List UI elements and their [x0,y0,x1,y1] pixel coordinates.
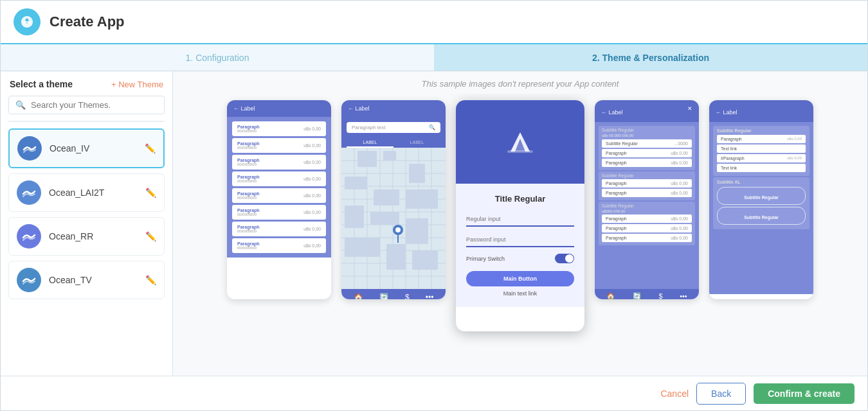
phone4-header: ← Label ✕ [595,100,699,122]
list-row-7: Paragraph00/00/0000 u$s 0,00 [232,222,326,236]
theme-name-ocean-lai2t: Ocean_LAI2T [49,188,145,198]
sidebar: Select a theme + New Theme 🔍 Ocean_IV [1,71,173,376]
phone2-search: Paragraph text 🔍 [347,122,440,133]
theme-icon-ocean-iv [17,136,42,161]
preview-phones: ← Label Paragraph00/00/0000 u$s 0,00 Par… [173,94,867,376]
svg-rect-23 [406,189,438,209]
edit-icon-ocean-tv[interactable]: ✏️ [145,275,156,285]
search-icon: 🔍 [15,100,26,110]
edit-icon-ocean-rr[interactable]: ✏️ [145,231,156,241]
theme-item-ocean-rr[interactable]: Ocean_RR ✏️ [8,217,165,256]
main-preview: This sample images don't represent your … [173,71,867,376]
cancel-button[interactable]: Cancel [660,389,689,399]
svg-rect-28 [386,244,406,270]
phone4-footer: 🏠 🔄 $ ••• [595,289,699,299]
divider [8,121,165,122]
list-row-6: Paragraph00/00/0000 u$s 0,00 [232,205,326,220]
phone3-body: Title Regular Primary Switch Main Button… [456,184,584,307]
theme-item-ocean-lai2t[interactable]: Ocean_LAI2T ✏️ [8,173,165,212]
theme-icon-ocean-lai2t [17,180,41,205]
page-title: Create App [50,13,125,30]
search-box: 🔍 [8,96,165,114]
phone3-input-regular[interactable] [466,213,574,227]
svg-rect-21 [345,177,367,189]
table-section-3: Subtitle Regular u$000.000,00 Paragraph … [599,202,695,245]
step-theme[interactable]: 2. Theme & Personalization [434,44,867,71]
theme-item-ocean-iv[interactable]: Ocean_IV ✏️ [8,128,165,168]
phone-map: ← Label Paragraph text 🔍 LABEL LABEL [341,100,446,299]
back-button[interactable]: Back [696,383,746,405]
svg-rect-20 [409,164,425,183]
list-row-8: Paragraph00/00/0000 u$s 0,00 [232,238,326,253]
list-row-4: Paragraph00/00/0000 u$s 0,00 [232,171,326,186]
search-input[interactable] [31,100,158,110]
table-section-1: Subtitle Regular u$s 00.000.000,00 Subti… [599,126,695,170]
phone3-main-button[interactable]: Main Button [466,271,574,286]
sidebar-title: Select a theme [10,79,73,89]
list-row-5: Paragraph00/00/0000 u$s 0,00 [232,188,326,203]
phone5-header: ← Label [709,100,813,122]
edit-icon-ocean-lai2t[interactable]: ✏️ [145,188,156,198]
form-section-1: Subtitle Regular Paragraph u$s 0,00 Text… [713,126,809,176]
svg-rect-18 [357,151,377,167]
form-section-2: Subtitle XL Subtitle Regular Subtitle Re… [713,177,809,229]
theme-list: Ocean_IV ✏️ Ocean_LAI2T ✏️ [8,128,165,368]
app-container: Create App 1. Configuration 2. Theme & P… [0,0,868,411]
theme-item-ocean-tv[interactable]: Ocean_TV ✏️ [8,261,165,299]
table-section-2: Subtitle Regular Paragraph u$s 0,00 Para… [599,171,695,200]
phone3-title: Title Regular [466,194,574,204]
svg-rect-26 [406,218,428,244]
phone2-header: ← Label [341,100,446,117]
new-theme-button[interactable]: + New Theme [111,80,163,89]
phone1-header: ← Label [227,100,331,117]
svg-rect-27 [345,238,380,257]
phone-list: ← Label Paragraph00/00/0000 u$s 0,00 Par… [227,100,331,299]
header: Create App [1,1,867,44]
sidebar-header: Select a theme + New Theme [8,79,165,89]
steps-bar: 1. Configuration 2. Theme & Personalizat… [1,44,867,71]
theme-name-ocean-iv: Ocean_IV [50,143,145,153]
list-row-1: Paragraph00/00/0000 u$s 0,00 [232,121,326,136]
svg-rect-25 [370,212,399,225]
phone-form: ← Label Subtitle Regular Paragraph u$s 0… [709,100,813,299]
svg-rect-19 [383,151,396,161]
app-logo [14,8,41,35]
confirm-button[interactable]: Confirm & create [754,383,854,404]
preview-note: This sample images don't represent your … [173,71,867,94]
theme-icon-ocean-rr [17,224,41,249]
phone3-text-link[interactable]: Main text link [466,290,574,297]
body: Select a theme + New Theme 🔍 Ocean_IV [1,71,867,376]
theme-name-ocean-tv: Ocean_TV [49,275,145,285]
footer: Cancel Back Confirm & create [1,376,867,410]
phone3-switch-row: Primary Switch [466,254,574,263]
phone-table: ← Label ✕ Subtitle Regular u$s 00.000.00… [595,100,699,299]
list-row-3: Paragraph00/00/0000 u$s 0,00 [232,155,326,170]
theme-icon-ocean-tv [17,268,41,292]
svg-rect-24 [345,206,364,228]
svg-rect-22 [374,189,399,206]
theme-name-ocean-rr: Ocean_RR [49,231,145,241]
phone3-input-password[interactable] [466,233,574,247]
phone3-switch[interactable] [555,254,574,263]
edit-icon-ocean-iv[interactable]: ✏️ [145,143,156,153]
phone3-header [456,100,584,184]
svg-rect-29 [412,250,438,270]
step-configuration[interactable]: 1. Configuration [1,44,434,71]
svg-rect-35 [507,150,533,153]
phone-featured: Title Regular Primary Switch Main Button… [456,100,584,331]
svg-point-31 [395,227,401,232]
list-row-2: Paragraph00/00/0000 u$s 0,00 [232,138,326,153]
